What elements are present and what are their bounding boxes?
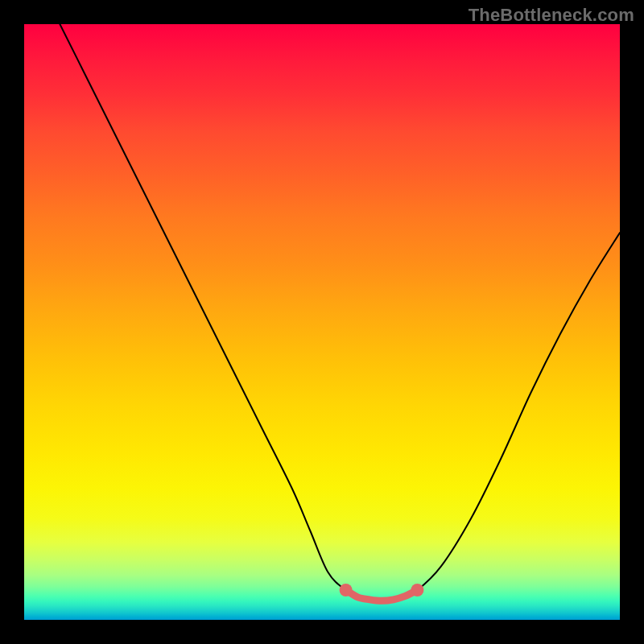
bottleneck-curve	[60, 24, 620, 601]
optimal-range-line	[346, 590, 418, 601]
chart-svg	[24, 24, 620, 620]
plot-area	[24, 24, 620, 620]
watermark-text: TheBottleneck.com	[469, 5, 634, 26]
optimal-range-start-dot	[340, 584, 353, 597]
chart-frame: TheBottleneck.com	[0, 0, 644, 644]
optimal-range-end-dot	[411, 584, 423, 597]
